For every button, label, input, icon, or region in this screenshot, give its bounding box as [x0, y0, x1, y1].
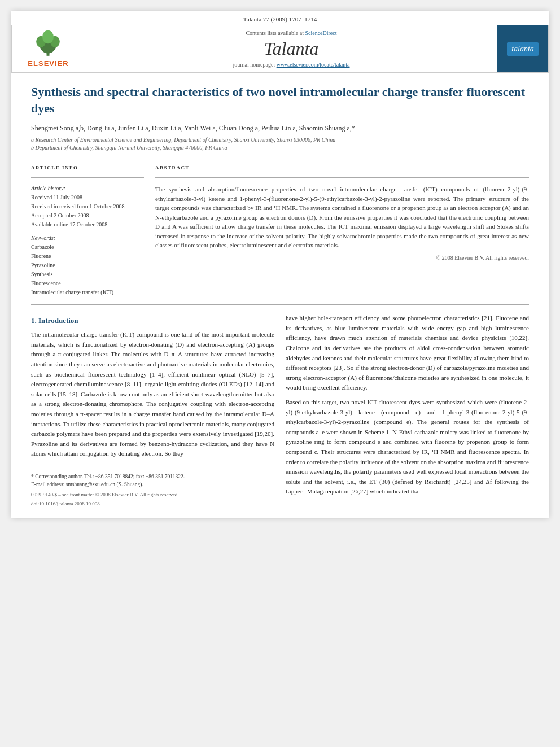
contents-available-text: Contents lists available at	[246, 30, 303, 36]
article-info-col: Article Info Article history: Received 1…	[31, 165, 144, 298]
sciencedirect-link[interactable]: ScienceDirect	[305, 30, 336, 36]
email-footnote: E-mail address: smshuang@sxu.edu.cn (S. …	[31, 480, 274, 488]
footnote-section: * Corresponding author. Tel.: +86 351 70…	[31, 468, 274, 507]
body-right-col: have higher hole-transport efficiency an…	[286, 313, 529, 506]
corresponding-author: * Corresponding author. Tel.: +86 351 70…	[31, 473, 274, 480]
keyword-4: Synthesis	[31, 270, 144, 278]
keyword-6: Intramolecular charge transfer (ICT)	[31, 289, 144, 296]
elsevier-brand-text: ELSEVIER	[28, 59, 68, 68]
intro-paragraph-2: have higher hole-transport efficiency an…	[286, 313, 529, 497]
talanta-logo: talanta	[507, 42, 539, 56]
affiliation-b: b Department of Chemistry, Shangqiu Norm…	[31, 145, 529, 151]
citation-text: Talanta 77 (2009) 1707–1714	[243, 16, 317, 23]
section-number: 1.	[31, 316, 37, 325]
divider-2	[31, 304, 529, 305]
body-left-col: 1. Introduction The intramolecular charg…	[31, 313, 274, 506]
keyword-5: Fluorescence	[31, 279, 144, 287]
keywords-label-text: Keywords:	[31, 235, 55, 241]
talanta-logo-section: talanta	[497, 25, 548, 72]
elsevier-tree-icon	[34, 30, 62, 58]
history-label-text: Article history:	[31, 185, 65, 191]
divider-1	[31, 158, 529, 158]
intro-text-1: The intramolecular charge transfer (ICT)…	[31, 330, 274, 459]
abstract-label: Abstract	[155, 165, 529, 171]
accepted-date: Accepted 2 October 2008	[31, 212, 144, 220]
divider-info	[31, 177, 144, 178]
journal-center-info: Contents lists available at ScienceDirec…	[85, 25, 497, 72]
intro-paragraph-1: The intramolecular charge transfer (ICT)…	[31, 330, 274, 459]
doi-info: doi:10.1016/j.talanta.2008.10.008	[31, 501, 274, 506]
authors: Shengmei Song a,b, Dong Ju a, Junfen Li …	[31, 123, 529, 133]
abstract-col: Abstract The synthesis and absorption/fl…	[155, 165, 529, 298]
keyword-3: Pyrazoline	[31, 261, 144, 269]
abstract-text: The synthesis and absorption/fluorescenc…	[155, 185, 529, 250]
issn-info: 0039-9140/$ – see front matter © 2008 El…	[31, 492, 274, 497]
keyword-2: Fluorene	[31, 252, 144, 260]
intro-section-title: 1. Introduction	[31, 316, 274, 325]
section-title-text: Introduction	[38, 316, 78, 325]
online-date: Available online 17 October 2008	[31, 221, 144, 229]
main-content: Synthesis and spectral characteristics o…	[11, 73, 549, 518]
history-label: Article history:	[31, 185, 144, 193]
divider-abstract	[155, 177, 529, 178]
body-columns: 1. Introduction The intramolecular charg…	[31, 313, 529, 506]
received-date: Received 11 July 2008	[31, 194, 144, 202]
journal-title: Talanta	[264, 38, 319, 59]
paper-title: Synthesis and spectral characteristics o…	[31, 84, 529, 116]
article-info-label: Article Info	[31, 165, 144, 171]
keywords-label: Keywords:	[31, 234, 144, 242]
sciencedirect-line: Contents lists available at ScienceDirec…	[246, 30, 336, 36]
elsevier-logo: ELSEVIER	[28, 30, 68, 68]
affiliation-a: a Research Center of Environmental Scien…	[31, 137, 529, 143]
journal-homepage: journal homepage: www.elsevier.com/locat…	[233, 62, 349, 68]
top-citation: Talanta 77 (2009) 1707–1714	[11, 11, 549, 25]
intro-text-3: Based on this target, two novel ICT fluo…	[286, 397, 529, 497]
revised-date: Received in revised form 1 October 2008	[31, 203, 144, 211]
journal-header-bar: ELSEVIER Contents lists available at Sci…	[11, 25, 549, 73]
keywords-section: Keywords: Carbazole Fluorene Pyrazoline …	[31, 234, 144, 296]
copyright: © 2008 Elsevier B.V. All rights reserved…	[155, 255, 529, 261]
page: Talanta 77 (2009) 1707–1714 ELSEVIER Con…	[11, 11, 549, 518]
homepage-url[interactable]: www.elsevier.com/locate/talanta	[277, 62, 350, 68]
homepage-label: journal homepage:	[233, 62, 275, 68]
svg-point-4	[42, 30, 54, 43]
intro-text-2: have higher hole-transport efficiency an…	[286, 313, 529, 393]
article-info-abstract: Article Info Article history: Received 1…	[31, 165, 529, 298]
elsevier-logo-section: ELSEVIER	[12, 25, 85, 72]
keyword-1: Carbazole	[31, 243, 144, 251]
